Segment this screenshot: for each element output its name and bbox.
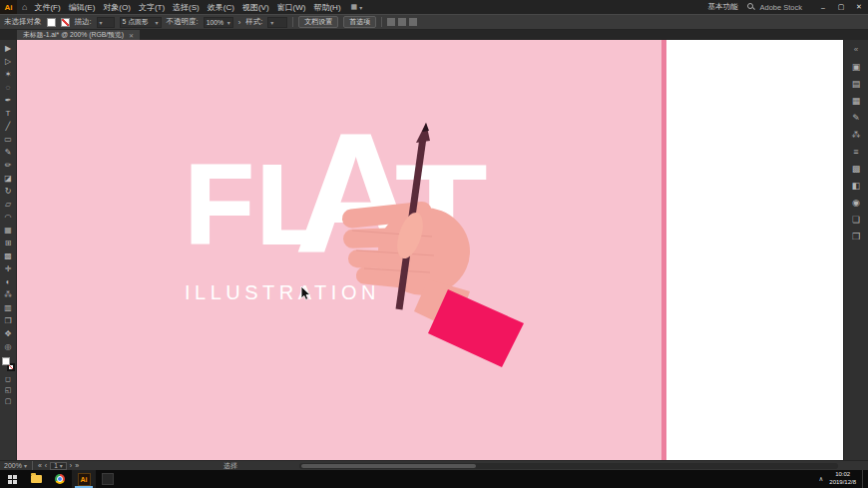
arrange-documents-button[interactable]: ▦ ▾	[351, 3, 363, 11]
menu-help[interactable]: 帮助(H)	[313, 2, 340, 13]
show-desktop-button[interactable]	[862, 470, 865, 488]
appearance-panel-icon[interactable]: ◉	[847, 196, 866, 209]
selection-tool[interactable]: ▶	[0, 42, 17, 55]
menu-select[interactable]: 选择(S)	[173, 2, 200, 13]
next-artboard-button[interactable]: ›	[70, 462, 72, 469]
document-title: 未标题-1.ai* @ 200% (RGB/预览)	[23, 30, 124, 40]
first-artboard-button[interactable]: «	[38, 462, 42, 469]
document-setup-button[interactable]: 文档设置	[298, 16, 338, 28]
align-buttons[interactable]	[387, 18, 417, 26]
chevron-down-icon: ▾	[227, 19, 230, 26]
rectangle-tool[interactable]: ▭	[0, 133, 17, 146]
opacity-more-icon[interactable]: ›	[238, 18, 241, 27]
style-select[interactable]: ▾	[267, 17, 287, 28]
mesh-tool[interactable]: ⊞	[0, 237, 17, 249]
width-tool[interactable]: ◠	[0, 211, 17, 224]
canvas[interactable]: F L A T ILLUSTRATION	[17, 40, 843, 460]
expand-panels-icon[interactable]: «	[847, 43, 866, 56]
app-icon[interactable]	[96, 470, 120, 488]
workspace-switcher[interactable]: 基本功能	[707, 2, 737, 12]
stroke-swatch[interactable]	[61, 18, 70, 27]
close-button[interactable]: ✕	[850, 0, 868, 14]
eyedropper-tool[interactable]: ✛	[0, 262, 17, 275]
tab-close-icon[interactable]: ✕	[129, 32, 134, 39]
rotate-tool[interactable]: ↻	[0, 185, 17, 198]
gradient-tool[interactable]: ▩	[0, 249, 17, 262]
pen-tool[interactable]: ✒	[0, 94, 17, 107]
align-icon[interactable]	[398, 18, 406, 26]
menu-window[interactable]: 窗口(W)	[277, 2, 306, 13]
layers-panel-icon[interactable]: ❏	[847, 213, 866, 226]
align-icon[interactable]	[387, 18, 395, 26]
fill-color-swatch[interactable]	[2, 357, 10, 365]
hand-tool[interactable]: ✥	[0, 327, 17, 340]
stroke-weight-select[interactable]: ▾	[97, 17, 115, 28]
scrollbar-thumb[interactable]	[301, 464, 476, 468]
stroke-panel-icon[interactable]: ≡	[847, 145, 866, 158]
gradient-panel-icon[interactable]: ▩	[847, 162, 866, 175]
lasso-tool[interactable]: ◌	[0, 81, 17, 94]
file-explorer-icon[interactable]	[24, 470, 48, 488]
chevron-down-icon: ▾	[270, 19, 273, 26]
artboard[interactable]: F L A T ILLUSTRATION	[17, 40, 661, 460]
type-tool[interactable]: T	[0, 107, 17, 120]
taskbar-clock[interactable]: 10:02 2019/12/8	[829, 471, 856, 487]
artwork-edge-stripe	[661, 40, 666, 460]
tray-chevron-icon[interactable]: ∧	[819, 475, 824, 483]
artboards-panel-icon[interactable]: ❒	[847, 230, 866, 243]
pencil-point	[422, 123, 429, 132]
draw-normal-icon[interactable]: ◻	[0, 374, 17, 384]
color-panel-icon[interactable]: ▣	[847, 60, 866, 73]
scale-tool[interactable]: ▱	[0, 198, 17, 211]
brush-definition-select[interactable]: 5 点圆形▾	[120, 17, 162, 28]
free-transform-tool[interactable]: ▦	[0, 224, 17, 237]
pencil-tip	[416, 123, 430, 143]
zoom-tool[interactable]: ◎	[0, 340, 17, 353]
artboard-number-select[interactable]: 1▾	[50, 462, 67, 470]
dark-app-icon	[102, 473, 114, 485]
swatches-panel-icon[interactable]: ▦	[847, 94, 866, 107]
fill-stroke-indicator[interactable]	[2, 357, 15, 371]
artboard-tool[interactable]: ❒	[0, 314, 17, 327]
illustrator-taskbar-icon[interactable]: Ai	[72, 470, 96, 488]
preferences-button[interactable]: 首选项	[343, 16, 376, 28]
align-icon[interactable]	[409, 18, 417, 26]
stock-search[interactable]: Adobe Stock	[747, 3, 802, 12]
blend-tool[interactable]: ◐	[0, 275, 17, 288]
minimize-button[interactable]: –	[814, 0, 832, 14]
menu-effect[interactable]: 效果(C)	[208, 2, 234, 13]
symbol-sprayer-tool[interactable]: ⁂	[0, 288, 17, 301]
menu-object[interactable]: 对象(O)	[103, 2, 131, 13]
opacity-select[interactable]: 100%▾	[204, 17, 233, 28]
magic-wand-tool[interactable]: ✶	[0, 68, 17, 81]
symbols-panel-icon[interactable]: ⁂	[847, 128, 866, 141]
zoom-level-select[interactable]: 200% ▾	[4, 462, 27, 469]
prev-artboard-button[interactable]: ‹	[45, 462, 47, 469]
maximize-button[interactable]: ▢	[832, 0, 850, 14]
fill-swatch[interactable]	[47, 18, 56, 27]
document-tab[interactable]: 未标题-1.ai* @ 200% (RGB/预览) ✕	[17, 30, 140, 40]
last-artboard-button[interactable]: »	[75, 462, 79, 469]
search-label: Adobe Stock	[759, 3, 802, 12]
pencil-tool[interactable]: ✏	[0, 159, 17, 172]
transparency-panel-icon[interactable]: ◧	[847, 179, 866, 192]
column-graph-tool[interactable]: ▥	[0, 301, 17, 314]
color-guide-panel-icon[interactable]: ▤	[847, 77, 866, 90]
home-icon[interactable]: ⌂	[17, 2, 32, 12]
paintbrush-tool[interactable]: ✎	[0, 146, 17, 159]
menu-file[interactable]: 文件(F)	[34, 2, 60, 13]
menu-view[interactable]: 视图(V)	[242, 2, 269, 13]
eraser-tool[interactable]: ◪	[0, 172, 17, 185]
menu-type[interactable]: 文字(T)	[139, 2, 165, 13]
menu-edit[interactable]: 编辑(E)	[69, 2, 96, 13]
start-button[interactable]	[0, 470, 24, 488]
chrome-icon[interactable]	[48, 470, 72, 488]
direct-selection-tool[interactable]: ▷	[0, 55, 17, 68]
screen-mode-icon[interactable]: ▢	[0, 396, 17, 406]
line-segment-tool[interactable]: ╱	[0, 120, 17, 133]
brushes-panel-icon[interactable]: ✎	[847, 111, 866, 124]
horizontal-scrollbar[interactable]	[299, 463, 838, 469]
clock-time: 10:02	[829, 471, 856, 479]
no-selection-label: 未选择对象	[4, 17, 42, 27]
draw-behind-icon[interactable]: ◱	[0, 385, 17, 395]
